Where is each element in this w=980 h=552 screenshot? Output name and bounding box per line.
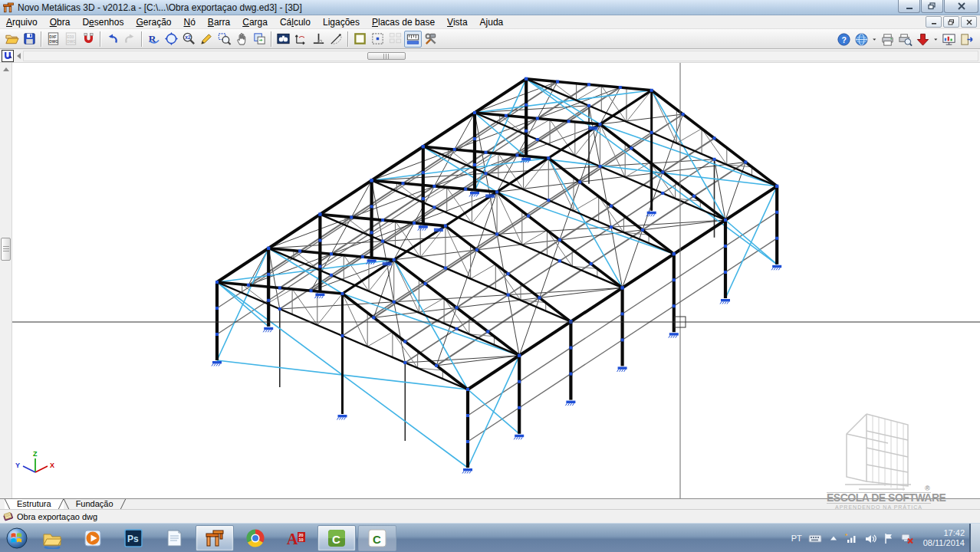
no-internet-tray-icon[interactable] [900,531,914,545]
zoom-extents-button[interactable] [163,31,180,48]
world-view-dropdown-caret[interactable] [870,31,879,48]
action-center-tray-icon[interactable] [882,531,896,545]
print-button[interactable] [879,31,896,48]
axis-y-label: Y [15,462,20,469]
pan-hand-button[interactable] [233,31,251,48]
print-icon [880,32,895,47]
horizontal-scrollbar[interactable] [23,51,978,61]
redo-button[interactable] [121,31,139,48]
status-document-name: Obra exportaçao dwg [17,512,97,521]
taskbar-app-explorer[interactable] [33,525,71,551]
photoshop-icon: Ps [123,527,144,549]
menu-desenhos[interactable]: Desenhos [76,15,130,29]
start-button[interactable] [3,525,31,551]
world-view-button[interactable] [853,31,870,48]
keyboard-tray-icon[interactable] [808,531,822,545]
horizontal-scrollbar-handle[interactable] [367,52,406,60]
restore-icon [928,2,936,10]
mdi-window-controls [924,16,977,28]
perpendicular-button[interactable] [310,31,327,48]
mdi-minimize-button[interactable] [926,16,942,28]
node-select-button[interactable] [369,31,386,48]
close-button[interactable] [944,0,978,13]
toolbar-left: DXFDWGED3DWGRx2 [0,31,439,48]
undo-button[interactable] [104,31,121,48]
menu-carga[interactable]: Carga [236,15,274,29]
open-file-button[interactable] [3,31,21,48]
minimize-button[interactable] [898,0,920,13]
volume-tray-icon[interactable] [863,531,877,545]
export-red-button[interactable] [914,31,932,48]
mdi-restore-button[interactable] [943,16,959,28]
menu-barra[interactable]: Barra [202,15,236,29]
zoom-x2-button[interactable]: x2 [180,31,198,48]
taskbar-app-photoshop[interactable]: Ps [114,525,153,551]
help-button[interactable]: ? [835,31,853,48]
3d-viewport[interactable]: ZXY [12,63,980,498]
menu-ajuda[interactable]: Ajuda [474,15,510,29]
redraw-button[interactable]: R [145,31,163,48]
binoculars-window-icon [276,31,291,46]
measure-angle-button[interactable] [327,31,345,48]
grid-button[interactable] [386,31,404,48]
exit-door-button[interactable] [958,31,975,48]
tools-button[interactable] [422,31,439,48]
restore-button[interactable] [921,0,943,13]
menu-arquivo[interactable]: Arquivo [0,15,44,29]
frame-select-button[interactable] [351,31,369,48]
export-red-dropdown-caret[interactable] [932,31,940,48]
edit-pencil-button[interactable] [198,31,215,48]
measure-angle-icon [329,31,344,46]
export-dwg-icon: ED3DWG [64,31,78,46]
save-button[interactable] [21,31,38,48]
export-dxf-button[interactable]: DXFDWG [44,31,62,48]
magnet-button[interactable] [80,31,97,48]
clock-time: 17:42 [923,528,965,538]
taskbar-app-media-player[interactable] [74,525,112,551]
dimension-button[interactable] [404,31,422,48]
application-window: Novo Metálicas 3D - v2012.a - [C:\...\Ob… [0,0,980,552]
rotate-axes-button[interactable] [292,31,310,48]
show-desktop-button[interactable] [969,524,980,552]
scroll-left-arrow[interactable] [17,53,21,59]
grip [383,54,390,59]
svg-text:A: A [287,531,298,547]
close-icon [958,2,965,10]
language-indicator[interactable]: PT [791,534,802,543]
menu-placas-de-base[interactable]: Placas de base [366,15,441,29]
show-hidden-tray-icon[interactable] [827,531,840,545]
print-preview-button[interactable] [896,31,914,48]
mdi-close-button[interactable] [961,16,977,28]
taskbar-app-chrome[interactable] [236,525,275,551]
scroll-up-arrow[interactable] [3,67,9,71]
tab-fundacao[interactable]: Fundação [64,499,126,509]
camtasia-recorder-icon: C [326,527,347,549]
presentation-button[interactable] [940,31,958,48]
binoculars-window-button[interactable] [275,31,292,48]
undo-icon [105,31,120,46]
taskbar-app-metalicas-3d[interactable] [196,525,234,551]
taskbar-app-camtasia-studio[interactable]: C [358,525,396,551]
menu-no[interactable]: Nó [178,15,202,29]
menu-calculo[interactable]: Cálculo [274,15,317,29]
taskbar-app-autocad[interactable]: A2010 [277,525,315,551]
grip [3,246,9,252]
network-signal-tray-icon[interactable]: * [845,531,859,545]
rotate-view-icon [2,51,13,61]
exit-door-icon [959,32,974,47]
menu-ligacoes[interactable]: Ligações [317,15,366,29]
app-icon [2,2,15,14]
clock[interactable]: 17:42 08/11/2014 [923,528,965,548]
tab-estrutura[interactable]: Estrutura [5,499,64,509]
zoom-window-button[interactable] [215,31,233,48]
taskbar-app-camtasia-recorder[interactable]: C [317,525,356,551]
menu-geracao[interactable]: Geração [130,15,177,29]
vertical-scrollbar-handle[interactable] [1,238,11,261]
taskbar-app-notepad[interactable] [155,525,193,551]
presentation-icon [942,32,956,47]
export-dwg-button[interactable]: ED3DWG [62,31,80,48]
copy-view-button[interactable] [251,31,268,48]
menu-vista[interactable]: Vista [441,15,473,29]
menu-obra[interactable]: Obra [44,15,77,29]
rotate-view-button[interactable] [2,50,14,62]
